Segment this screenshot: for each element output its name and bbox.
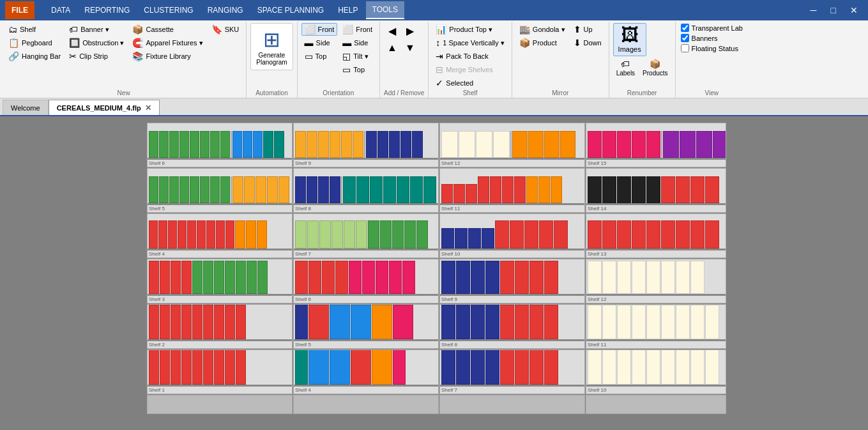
banners-check[interactable]: Banners [680, 33, 744, 43]
product-item [366, 131, 377, 158]
tab-cereals-label: CEREALS_MEDIUM_4.flp [57, 104, 141, 112]
minimize-button[interactable]: ─ [805, 4, 822, 17]
automation-content: ⊞ GeneratePlanogram [250, 23, 293, 89]
fixture-library-button[interactable]: 📚 Fixture Library [129, 50, 206, 63]
sku-icon: 🔖 [211, 24, 222, 35]
mirror-down-button[interactable]: ⬇ Down [570, 36, 605, 49]
hanging-bar-button[interactable]: 🔗 Hanging Bar [5, 50, 64, 63]
generate-planogram-button[interactable]: ⊞ GeneratePlanogram [250, 23, 293, 70]
menu-clustering[interactable]: CLUSTERING [137, 1, 199, 19]
close-button[interactable]: ✕ [845, 4, 863, 17]
front-button[interactable]: ⬜ Front [301, 23, 338, 36]
shelf-8b-label: Shelf 8 [441, 342, 457, 348]
shelf-14-label: Shelf 14 [588, 206, 606, 211]
shelf-12: Shelf 12 [439, 123, 585, 167]
main-content: Shelf 6 Shelf 9 [0, 116, 868, 430]
products-button[interactable]: 📦 Products [639, 58, 671, 79]
menu-help[interactable]: HELP [331, 1, 364, 19]
arrow-left-button[interactable]: ◀ [384, 23, 400, 39]
transparent-lab-check[interactable]: Transparent Lab [680, 23, 744, 33]
arrow-down-button[interactable]: ▼ [402, 40, 418, 56]
arrow-up-button[interactable]: ▲ [384, 40, 400, 56]
transparent-lab-checkbox[interactable] [681, 24, 689, 32]
obstruction-button[interactable]: 🔲 Obstruction ▾ [66, 36, 127, 49]
product-item [190, 131, 199, 158]
ribbon-new-content: 🗂 Shelf 📋 Pegboard 🔗 Hanging Bar 🏷 Banne… [5, 23, 242, 89]
product-item [278, 176, 289, 203]
merge-shelves-icon: ⊟ [436, 65, 443, 75]
banner-button[interactable]: 🏷 Banner ▾ [66, 23, 127, 36]
selected-button[interactable]: ✓ Selected [432, 77, 508, 89]
banner-icon: 🏷 [69, 24, 78, 35]
tab-welcome[interactable]: Welcome [3, 100, 49, 115]
tab-cereals[interactable]: CEREALS_MEDIUM_4.flp ✕ [49, 100, 160, 115]
shelf-4a-label: Shelf 4 [149, 251, 165, 257]
menu-ranging[interactable]: RANGING [201, 1, 250, 19]
file-menu[interactable]: FILE [5, 1, 34, 19]
generate-icon: ⊞ [263, 27, 280, 52]
shelf-items: 📊 Product Top ▾ ↕ 1 Space Vertically ▾ ⇥… [432, 23, 508, 89]
product-item [160, 350, 170, 385]
banners-checkbox[interactable] [681, 34, 689, 42]
cassette-button[interactable]: 📦 Cassette [129, 23, 206, 36]
product-item [376, 261, 388, 294]
product-item [343, 176, 356, 203]
clip-strip-button[interactable]: ✂ Clip Strip [66, 50, 127, 63]
product-mirror-button[interactable]: 📦 Product [516, 36, 568, 49]
menu-items: DATA REPORTING CLUSTERING RANGING SPACE … [45, 1, 404, 19]
mirror-up-button[interactable]: ⬆ Up [570, 23, 605, 36]
menu-space-planning[interactable]: SPACE PLANNING [251, 1, 330, 19]
add-remove-arrows: ◀ ▶ ▲ ▼ [384, 23, 418, 56]
product-item [402, 261, 415, 294]
merge-shelves-button[interactable]: ⊟ Merge Shelves [432, 63, 508, 76]
shelf-10: Shelf 10 [439, 213, 585, 258]
tab-close-icon[interactable]: ✕ [145, 104, 151, 112]
product-item [220, 131, 230, 158]
shelf-1: Shelf 1 [147, 349, 293, 394]
title-bar-left: FILE DATA REPORTING CLUSTERING RANGING S… [5, 1, 404, 19]
product-item [203, 261, 213, 294]
side-button[interactable]: ▬ Side [301, 36, 338, 49]
shelf-button[interactable]: 🗂 Shelf [5, 23, 64, 36]
shelf-4b-label: Shelf 4 [295, 387, 311, 393]
top-button[interactable]: ▭ Top [301, 50, 338, 63]
product-item [149, 261, 159, 294]
product-item [295, 350, 308, 385]
product-item [676, 176, 690, 203]
front2-button[interactable]: ⬜ Front [339, 23, 376, 36]
product-item [632, 305, 646, 339]
arrow-right-button[interactable]: ▶ [402, 23, 418, 39]
sku-button[interactable]: 🔖 SKU [208, 23, 243, 36]
gondola-button[interactable]: 🏬 Gondola ▾ [516, 23, 568, 36]
top2-button[interactable]: ▭ Top [339, 63, 376, 76]
product-top-button[interactable]: 📊 Product Top ▾ [432, 23, 508, 36]
images-button[interactable]: 🖼 Images [613, 23, 646, 56]
product-item [400, 131, 411, 158]
menu-tools[interactable]: TOOLS [366, 1, 404, 19]
product-item [661, 176, 675, 203]
tilt-button[interactable]: ◱ Tilt ▾ [339, 50, 376, 63]
product-item [404, 220, 416, 249]
shelf-7: Shelf 7 [293, 213, 439, 258]
floating-status-checkbox[interactable] [681, 44, 689, 52]
shelf-5b-label: Shelf 5 [295, 342, 311, 348]
product-item [372, 305, 392, 339]
product-item [295, 176, 306, 203]
pegboard-button[interactable]: 📋 Pegboard [5, 36, 64, 49]
side2-button[interactable]: ▬ Side [339, 36, 376, 49]
product-item [676, 261, 690, 294]
apparel-button[interactable]: 🧲 Apparel Fixtures ▾ [129, 36, 206, 49]
product-item [206, 220, 215, 249]
product-item [267, 176, 278, 203]
space-vertically-button[interactable]: ↕ 1 Space Vertically ▾ [432, 36, 508, 49]
floating-status-check[interactable]: Floating Status [680, 43, 744, 53]
product-item [617, 350, 631, 385]
restore-button[interactable]: □ [826, 4, 841, 17]
pack-to-back-button[interactable]: ⇥ Pack To Back [432, 50, 508, 63]
menu-data[interactable]: DATA [45, 1, 77, 19]
product-item [344, 220, 355, 249]
menu-reporting[interactable]: REPORTING [78, 1, 136, 19]
product-item [441, 228, 454, 249]
labels-button[interactable]: 🏷 Labels [613, 58, 638, 79]
product-item [389, 261, 402, 294]
